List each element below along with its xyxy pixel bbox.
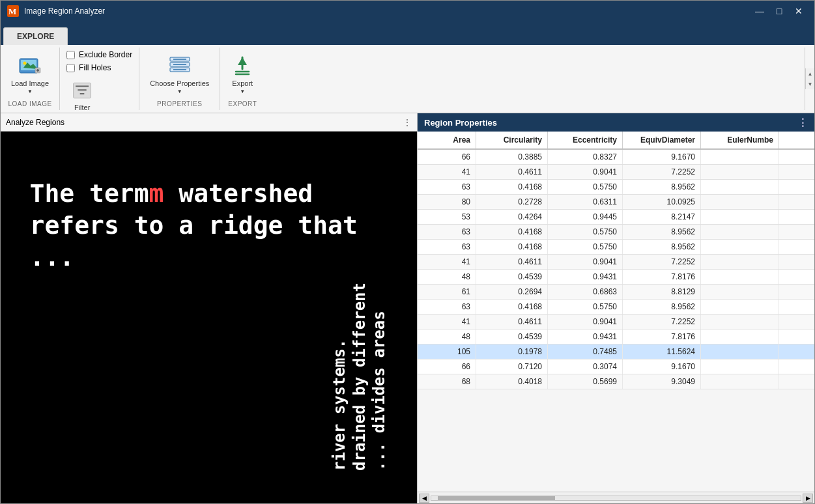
choose-properties-icon <box>168 55 192 78</box>
table-row[interactable]: 61 0.2694 0.6863 8.8129 <box>418 285 814 300</box>
table-row[interactable]: 48 0.4539 0.9431 7.8176 <box>418 329 814 344</box>
right-panel-title: Region Properties <box>424 118 497 128</box>
cell-circularity: 0.4168 <box>476 240 548 254</box>
left-panel: Analyze Regions ⋮ The termm watershed re… <box>1 113 418 503</box>
cell-area: 63 <box>418 180 476 194</box>
scroll-right-arrow[interactable]: ▶ <box>803 494 813 503</box>
app-window: M Image Region Analyzer — □ ✕ EXPLORE <box>0 0 815 504</box>
cell-area: 80 <box>418 195 476 209</box>
checkbox-group: Exclude Border Fill Holes <box>66 50 132 72</box>
image-line2: refers to a ridge that ... <box>30 210 401 274</box>
table-row[interactable]: 66 0.7120 0.3074 9.1670 <box>418 359 814 374</box>
table-row[interactable]: 41 0.4611 0.9041 7.2252 <box>418 255 814 270</box>
cell-area: 68 <box>418 374 476 389</box>
filter-label: Filter <box>74 104 90 111</box>
data-table: Area Circularity Eccentricity EquivDiame… <box>418 132 814 503</box>
choose-properties-button[interactable]: Choose Properties ▼ <box>146 52 213 97</box>
ribbon-load-image-group-label: LOAD IMAGE <box>8 99 51 107</box>
ribbon-export-group-label: EXPORT <box>228 99 257 107</box>
table-row[interactable]: 63 0.4168 0.5750 8.9562 <box>418 225 814 240</box>
load-image-icon <box>18 55 42 78</box>
table-row[interactable]: 66 0.3885 0.8327 9.1670 <box>418 150 814 165</box>
cell-eccentricity: 0.7485 <box>548 344 623 359</box>
load-image-button[interactable]: Load Image ▼ <box>7 52 53 97</box>
cell-circularity: 0.3885 <box>476 150 548 164</box>
table-row[interactable]: 63 0.4168 0.5750 8.9562 <box>418 300 814 315</box>
cell-eccentricity: 0.5750 <box>548 300 623 314</box>
cell-equivdiameter: 11.5624 <box>623 344 701 359</box>
ribbon-load-image-content: Load Image ▼ <box>7 50 53 99</box>
table-row[interactable]: 80 0.2728 0.6311 10.0925 <box>418 195 814 210</box>
export-label: Export <box>232 79 253 87</box>
table-row[interactable]: 41 0.4611 0.9041 7.2252 <box>418 165 814 180</box>
exclude-border-input[interactable] <box>66 51 75 59</box>
cell-circularity: 0.4611 <box>476 315 548 329</box>
cell-area: 41 <box>418 165 476 179</box>
ribbon-addremove-group: Exclude Border Fill Holes <box>60 48 139 110</box>
tab-explore[interactable]: EXPLORE <box>3 27 68 45</box>
title-bar-left: M Image Region Analyzer <box>7 5 105 17</box>
fill-holes-input[interactable] <box>66 64 75 72</box>
ribbon-properties-group-label: PROPERTIES <box>157 99 202 107</box>
ribbon-export-content: Export ▼ <box>227 50 258 99</box>
table-row[interactable]: 63 0.4168 0.5750 8.9562 <box>418 240 814 255</box>
fill-holes-checkbox[interactable]: Fill Holes <box>66 63 132 72</box>
cell-circularity: 0.4539 <box>476 329 548 344</box>
cell-eulernumber <box>701 195 779 209</box>
ribbon-export-group: Export ▼ EXPORT <box>220 48 265 110</box>
table-row[interactable]: 53 0.4264 0.9445 8.2147 <box>418 210 814 225</box>
horizontal-scrollbar[interactable]: ◀ ▶ <box>418 492 814 503</box>
cell-equivdiameter: 7.8176 <box>623 329 701 344</box>
col-header-circularity: Circularity <box>476 132 548 148</box>
scroll-thumb <box>438 496 555 500</box>
tab-bar: EXPLORE <box>1 21 814 45</box>
close-button[interactable]: ✕ <box>790 4 808 18</box>
cell-eulernumber <box>701 359 779 374</box>
table-row[interactable]: 48 0.4539 0.9431 7.8176 <box>418 270 814 285</box>
cell-area: 63 <box>418 225 476 239</box>
cell-area: 48 <box>418 270 476 284</box>
cell-eccentricity: 0.9041 <box>548 315 623 329</box>
image-text-main: The termm watershed refers to a ridge th… <box>30 178 401 274</box>
left-panel-menu[interactable]: ⋮ <box>403 117 412 128</box>
ribbon: Load Image ▼ LOAD IMAGE Exclude Border F… <box>1 45 814 113</box>
col-header-area: Area <box>418 132 476 148</box>
ribbon-addremove-content: Exclude Border Fill Holes <box>66 50 132 114</box>
app-title: Image Region Analyzer <box>24 7 105 16</box>
filter-button[interactable]: Filter <box>66 76 98 114</box>
ribbon-scroll-up[interactable]: ▲ <box>806 68 814 79</box>
filter-icon <box>70 79 94 102</box>
cell-circularity: 0.4611 <box>476 165 548 179</box>
rotated-text-group: river systems. drained by different ... … <box>331 283 388 471</box>
title-bar-controls: — □ ✕ <box>751 4 808 18</box>
cell-eccentricity: 0.9041 <box>548 165 623 179</box>
table-row[interactable]: 68 0.4018 0.5699 9.3049 <box>418 374 814 389</box>
cell-equivdiameter: 8.2147 <box>623 210 701 224</box>
minimize-button[interactable]: — <box>751 4 769 18</box>
cell-eccentricity: 0.9445 <box>548 210 623 224</box>
exclude-border-checkbox[interactable]: Exclude Border <box>66 50 132 59</box>
cell-eulernumber <box>701 270 779 284</box>
image-line1: The termm watershed <box>30 178 401 210</box>
export-button[interactable]: Export ▼ <box>227 52 258 97</box>
right-panel-header: Region Properties ⋮ <box>418 113 814 132</box>
choose-properties-label: Choose Properties <box>150 79 209 87</box>
cell-circularity: 0.4539 <box>476 270 548 284</box>
table-row[interactable]: 63 0.4168 0.5750 8.9562 <box>418 180 814 195</box>
rotated-text-1: river systems. <box>331 283 348 471</box>
cell-area: 48 <box>418 329 476 344</box>
left-panel-title: Analyze Regions <box>6 118 64 127</box>
cell-eccentricity: 0.3074 <box>548 359 623 374</box>
table-row[interactable]: 41 0.4611 0.9041 7.2252 <box>418 315 814 329</box>
maximize-button[interactable]: □ <box>770 4 788 18</box>
cell-circularity: 0.7120 <box>476 359 548 374</box>
image-area: The termm watershed refers to a ridge th… <box>1 132 417 503</box>
table-row[interactable]: 105 0.1978 0.7485 11.5624 <box>418 344 814 359</box>
cell-equivdiameter: 9.3049 <box>623 374 701 389</box>
ribbon-load-image-group: Load Image ▼ LOAD IMAGE <box>1 48 60 110</box>
scroll-left-arrow[interactable]: ◀ <box>419 494 429 503</box>
right-panel-menu[interactable]: ⋮ <box>797 117 808 129</box>
cell-circularity: 0.1978 <box>476 344 548 359</box>
scroll-track[interactable] <box>431 496 801 501</box>
ribbon-scroll-down[interactable]: ▼ <box>806 79 814 89</box>
